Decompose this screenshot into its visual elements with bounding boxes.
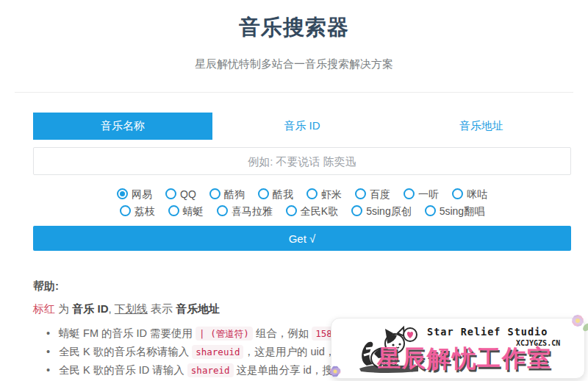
radio-circle-icon — [168, 205, 179, 216]
radio-circle-icon — [425, 205, 436, 216]
text-segment-bold: 音乐地址 — [176, 302, 220, 315]
source-radio-label: 5sing原创 — [366, 203, 411, 219]
tab-music-name[interactable]: 音乐名称 — [33, 113, 212, 140]
search-mode-tabs: 音乐名称 音乐 ID 音乐地址 — [33, 113, 571, 140]
studio-watermark-card: Star Relief Studio XCJYGZS.CN 星辰解忧工作室 — [331, 318, 585, 379]
source-radio-喜马拉雅[interactable]: 喜马拉雅 — [217, 203, 273, 219]
radio-circle-icon — [286, 205, 297, 216]
source-radio-label: 一听 — [418, 186, 439, 202]
source-radio-虾米[interactable]: 虾米 — [306, 186, 342, 202]
source-radio-一听[interactable]: 一听 — [404, 186, 439, 202]
source-radio-label: 咪咕 — [467, 186, 487, 202]
source-radio-5sing原创[interactable]: 5sing原创 — [351, 203, 411, 219]
source-radio-label: 酷我 — [273, 186, 293, 202]
text-segment-code: shareuid — [192, 345, 243, 359]
radio-circle-icon — [120, 205, 131, 216]
source-radio-蜻蜓[interactable]: 蜻蜓 — [168, 203, 204, 219]
text-segment-normal: 全民 K 歌的音乐 ID 请输入 — [59, 364, 187, 376]
source-radio-QQ[interactable]: QQ — [165, 186, 196, 202]
source-radio-label: 酷狗 — [224, 186, 245, 202]
source-radio-酷狗[interactable]: 酷狗 — [209, 186, 245, 202]
source-radio-酷我[interactable]: 酷我 — [258, 186, 293, 202]
source-radio-咪咕[interactable]: 咪咕 — [452, 186, 487, 202]
radio-circle-icon — [452, 188, 463, 199]
source-radio-网易[interactable]: 网易 — [117, 186, 152, 202]
radio-circle-icon — [258, 188, 269, 199]
radio-circle-icon — [404, 188, 415, 199]
help-heading: 帮助: — [33, 279, 59, 293]
petal-decoration-icon — [324, 360, 348, 381]
source-radio-label: 网易 — [132, 186, 152, 202]
source-radio-5sing翻唱[interactable]: 5sing翻唱 — [425, 203, 484, 219]
studio-name-cn: 星辰解忧工作室 — [377, 343, 552, 375]
source-radio-label: 百度 — [370, 186, 390, 202]
get-button[interactable]: Get √ — [33, 226, 571, 251]
source-radio-label: 全民K歌 — [301, 203, 338, 219]
help-legend: 标红 为 音乐 ID, 下划线 表示 音乐地址 — [33, 302, 220, 316]
text-segment-red: 标红 — [33, 302, 55, 315]
radio-circle-icon — [117, 188, 128, 199]
radio-circle-icon — [165, 188, 176, 199]
source-radio-label: QQ — [180, 186, 196, 202]
source-radio-label: 喜马拉雅 — [232, 203, 273, 219]
text-segment-normal: 表示 — [148, 302, 176, 315]
radio-circle-icon — [351, 205, 362, 216]
text-segment-code: | (管道符) — [196, 327, 253, 341]
text-segment-normal: 全民 K 歌的音乐名称请输入 — [59, 346, 192, 357]
text-segment-code: shareid — [187, 363, 234, 377]
text-segment-bold: 音乐 ID — [72, 302, 108, 315]
source-radio-group: 网易QQ酷狗酷我虾米百度一听咪咕荔枝蜻蜓喜马拉雅全民K歌5sing原创5sing… — [33, 185, 571, 219]
header-divider — [15, 92, 573, 93]
radio-circle-icon — [217, 205, 228, 216]
search-input[interactable] — [33, 147, 571, 175]
text-segment-normal: 蜻蜓 FM 的音乐 ID 需要使用 — [59, 327, 196, 339]
text-segment-normal: , — [109, 302, 115, 315]
radio-circle-icon — [355, 188, 366, 199]
source-radio-百度[interactable]: 百度 — [355, 186, 390, 202]
source-radio-荔枝[interactable]: 荔枝 — [120, 203, 155, 219]
source-radio-row: 网易QQ酷狗酷我虾米百度一听咪咕 — [33, 185, 571, 202]
tab-music-id[interactable]: 音乐 ID — [212, 113, 392, 140]
source-radio-label: 5sing翻唱 — [440, 203, 484, 219]
sakura-flower-icon — [565, 310, 588, 333]
tab-music-url[interactable]: 音乐地址 — [392, 113, 571, 140]
text-segment-normal: 为 — [55, 302, 72, 315]
source-radio-label: 蜻蜓 — [183, 203, 204, 219]
page-title: 音乐搜索器 — [0, 13, 588, 43]
text-segment-normal: 组合，例如 — [253, 327, 312, 339]
radio-circle-icon — [209, 188, 220, 199]
music-searcher-page: 音乐搜索器 星辰解忧特制多站合一音乐搜索解决方案 音乐名称 音乐 ID 音乐地址… — [0, 0, 588, 381]
source-radio-row: 荔枝蜻蜓喜马拉雅全民K歌5sing原创5sing翻唱 — [33, 202, 571, 218]
source-radio-label: 荔枝 — [135, 203, 155, 219]
source-radio-label: 虾米 — [321, 186, 342, 202]
page-subtitle: 星辰解忧特制多站合一音乐搜索解决方案 — [0, 57, 588, 71]
text-segment-underline: 下划线 — [115, 302, 148, 315]
radio-circle-icon — [306, 188, 318, 199]
studio-name-en: Star Relief Studio — [427, 326, 548, 338]
source-radio-全民K歌[interactable]: 全民K歌 — [286, 203, 338, 219]
